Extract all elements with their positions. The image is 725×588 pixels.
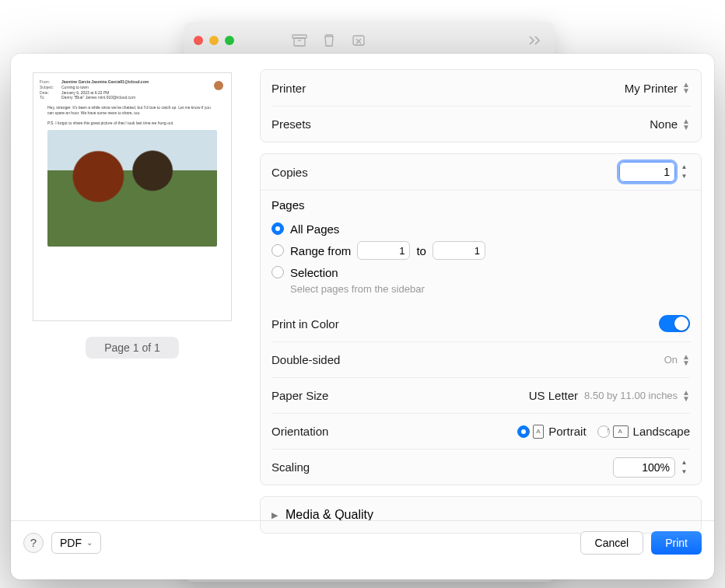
- preview-to: Danny "Blue" James mint.910@icloud.com: [61, 95, 135, 100]
- printer-label: Printer: [271, 82, 306, 95]
- trash-icon: [318, 31, 340, 50]
- step-down-icon[interactable]: ▼: [678, 172, 690, 181]
- presets-value: None: [650, 117, 678, 131]
- print-options-card: Copies ▲ ▼ Pages: [260, 153, 702, 485]
- page-indicator: Page 1 of 1: [86, 337, 179, 359]
- printer-value: My Printer: [625, 82, 678, 95]
- dialog-footer: ? PDF ⌄ Cancel Print: [11, 520, 714, 564]
- scaling-stepper[interactable]: ▲ ▼: [613, 457, 690, 478]
- preview-subject: Coming to town: [61, 85, 89, 90]
- pages-selection-option[interactable]: Selection: [271, 261, 690, 283]
- range-from-input[interactable]: [357, 241, 410, 260]
- dropdown-icon: [682, 354, 690, 366]
- scaling-label: Scaling: [271, 460, 310, 474]
- preview-photo: [47, 130, 217, 247]
- radio-icon[interactable]: [271, 222, 284, 235]
- duplex-value: On: [664, 354, 678, 366]
- range-to-input[interactable]: [433, 241, 485, 260]
- dropdown-icon: [682, 82, 690, 94]
- svg-rect-3: [353, 36, 364, 45]
- pages-range-option[interactable]: Range from to: [271, 240, 690, 261]
- preview-date: January 6, 2023 at 6:22 PM: [61, 90, 109, 96]
- archive-icon: [289, 31, 310, 50]
- copies-label: Copies: [271, 166, 308, 179]
- svg-rect-1: [294, 38, 305, 46]
- preview-date-label: Date:: [40, 90, 58, 96]
- orientation-label: Orientation: [271, 425, 328, 438]
- cancel-button[interactable]: Cancel: [580, 531, 644, 555]
- preview-from-label: From:: [40, 79, 58, 85]
- color-toggle[interactable]: [659, 315, 690, 332]
- print-in-color-row: Print in Color: [271, 306, 690, 341]
- dropdown-icon: [682, 118, 690, 131]
- duplex-label: Double-sided: [271, 353, 340, 366]
- range-prefix: Range from: [290, 244, 351, 257]
- presets-row[interactable]: Presets None: [271, 106, 690, 142]
- chevron-down-icon: ⌄: [86, 538, 93, 547]
- avatar-icon: [214, 81, 223, 90]
- paper-size-row[interactable]: Paper Size US Letter 8.50 by 11.00 inche…: [271, 377, 690, 413]
- presets-label: Presets: [271, 117, 311, 131]
- preview-to-label: To:: [40, 95, 58, 100]
- portrait-label[interactable]: Portrait: [548, 425, 586, 438]
- paper-dims: 8.50 by 11.00 inches: [584, 390, 678, 401]
- selection-hint: Select pages from the sidebar: [290, 283, 690, 295]
- step-down-icon[interactable]: ▼: [678, 467, 690, 477]
- chevron-right-icon: ▶: [271, 510, 278, 520]
- portrait-icon: [533, 425, 544, 439]
- copies-input[interactable]: [619, 162, 675, 182]
- pdf-menu-button[interactable]: PDF ⌄: [51, 532, 101, 554]
- print-dialog: From:Jasmine Garcia Jasmine.Garcia91@icl…: [11, 54, 714, 579]
- pages-label: Pages: [271, 198, 690, 212]
- preview-body-1: Hey, stranger. It's been a while since w…: [47, 105, 217, 116]
- landscape-icon: [613, 425, 629, 438]
- page-preview: From:Jasmine Garcia Jasmine.Garcia91@icl…: [33, 72, 232, 321]
- printer-row[interactable]: Printer My Printer: [271, 70, 690, 106]
- radio-icon[interactable]: [271, 244, 284, 257]
- paper-label: Paper Size: [271, 389, 328, 402]
- window-traffic-lights: [194, 36, 281, 45]
- double-sided-row[interactable]: Double-sided On: [271, 341, 690, 377]
- radio-icon[interactable]: [271, 266, 284, 278]
- color-label: Print in Color: [271, 317, 339, 331]
- paper-value: US Letter: [529, 389, 578, 402]
- orientation-row: Orientation Portrait Landscape: [271, 413, 690, 449]
- preview-from: Jasmine Garcia Jasmine.Garcia91@icloud.c…: [61, 79, 149, 85]
- print-button[interactable]: Print: [651, 531, 702, 555]
- copies-stepper[interactable]: ▲ ▼: [619, 162, 690, 182]
- copies-row: Copies ▲ ▼: [271, 154, 690, 190]
- range-to-label: to: [416, 244, 426, 257]
- preview-pane: From:Jasmine Garcia Jasmine.Garcia91@icl…: [11, 54, 252, 520]
- landscape-label[interactable]: Landscape: [633, 425, 690, 438]
- fullscreen-icon[interactable]: [225, 36, 234, 45]
- pdf-label: PDF: [60, 537, 82, 549]
- pages-all-option[interactable]: All Pages: [271, 218, 690, 240]
- overflow-icon: [524, 31, 545, 50]
- step-up-icon[interactable]: ▲: [678, 458, 690, 467]
- close-icon[interactable]: [194, 36, 203, 45]
- dropdown-icon: [682, 390, 690, 402]
- help-button[interactable]: ?: [23, 533, 44, 553]
- pages-block: Pages All Pages Range from to: [261, 190, 701, 306]
- scaling-row: Scaling ▲ ▼: [271, 449, 690, 485]
- minimize-icon[interactable]: [209, 36, 219, 45]
- junk-icon: [348, 31, 370, 50]
- pages-all-label: All Pages: [290, 222, 339, 236]
- preview-body-2: P.S. I forgot to share this great pictur…: [47, 121, 217, 126]
- preview-subject-label: Subject:: [40, 85, 58, 90]
- scaling-input[interactable]: [613, 457, 675, 478]
- printer-presets-card: Printer My Printer Presets None: [260, 69, 702, 142]
- step-up-icon[interactable]: ▲: [678, 163, 690, 172]
- selection-label: Selection: [290, 266, 338, 279]
